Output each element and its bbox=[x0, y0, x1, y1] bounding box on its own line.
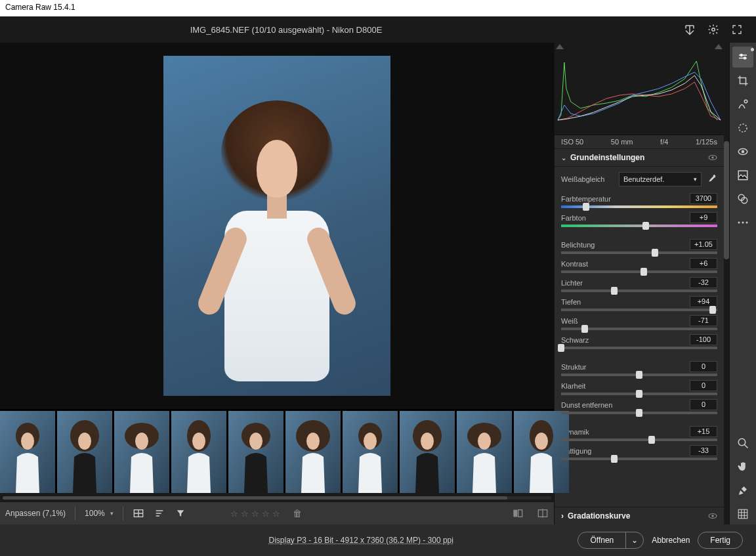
edit-tool[interactable] bbox=[732, 47, 753, 68]
slider-blacks[interactable]: Schwarz -100 bbox=[561, 334, 717, 349]
filmstrip-thumb[interactable] bbox=[457, 411, 512, 493]
compare-icon[interactable] bbox=[512, 507, 524, 519]
star-icon[interactable]: ☆ bbox=[272, 509, 280, 519]
chevron-down-icon[interactable]: ⌄ bbox=[625, 532, 643, 548]
slider-value[interactable]: -32 bbox=[690, 277, 717, 288]
slider-track[interactable] bbox=[561, 438, 717, 441]
basic-panel-header[interactable]: ⌄ Grundeinstellungen bbox=[555, 149, 724, 167]
star-icon[interactable]: ☆ bbox=[262, 509, 270, 519]
eyedropper-icon[interactable] bbox=[707, 174, 717, 184]
slider-track[interactable] bbox=[561, 347, 717, 349]
slider-knob[interactable] bbox=[709, 306, 716, 314]
image-preview-stage[interactable] bbox=[0, 43, 554, 409]
slider-track[interactable] bbox=[561, 251, 717, 254]
slider-saturation[interactable]: Sättigung -33 bbox=[561, 445, 717, 460]
slider-knob[interactable] bbox=[581, 325, 588, 333]
slider-value[interactable]: +6 bbox=[690, 258, 717, 269]
slider-vibrance[interactable]: Dynamik +15 bbox=[561, 426, 717, 441]
slider-value[interactable]: +15 bbox=[690, 426, 717, 437]
filmstrip-thumb[interactable] bbox=[114, 411, 169, 493]
slider-value[interactable]: 0 bbox=[690, 399, 717, 410]
filmstrip-thumb[interactable] bbox=[514, 411, 569, 493]
slider-exposure[interactable]: Belichtung +1.05 bbox=[561, 239, 717, 254]
slider-knob[interactable] bbox=[636, 390, 642, 398]
healing-tool[interactable] bbox=[732, 94, 753, 115]
slider-clarity[interactable]: Klarheit 0 bbox=[561, 380, 717, 395]
snapshot-tool[interactable] bbox=[732, 165, 753, 186]
crop-tool[interactable] bbox=[732, 70, 753, 91]
slider-knob[interactable] bbox=[636, 409, 642, 417]
image-info[interactable]: Display P3 - 16 Bit - 4912 x 7360 (36,2 … bbox=[268, 536, 453, 545]
slider-knob[interactable] bbox=[642, 222, 649, 230]
trash-icon[interactable]: 🗑 bbox=[291, 507, 303, 519]
slider-knob[interactable] bbox=[636, 371, 642, 379]
slider-value[interactable]: 0 bbox=[690, 361, 717, 372]
slider-value[interactable]: -33 bbox=[690, 445, 717, 456]
hand-tool[interactable] bbox=[732, 456, 753, 477]
slider-dehaze[interactable]: Dunst entfernen 0 bbox=[561, 399, 717, 414]
filmstrip-thumb[interactable] bbox=[400, 411, 455, 493]
open-button[interactable]: Öffnen ⌄ bbox=[578, 532, 644, 549]
slider-knob[interactable] bbox=[640, 268, 647, 276]
wb-select[interactable]: Benutzerdef. ▾ bbox=[619, 172, 702, 186]
slider-track[interactable] bbox=[561, 328, 717, 330]
filmstrip-thumb[interactable] bbox=[171, 411, 226, 493]
slider-value[interactable]: 0 bbox=[690, 380, 717, 391]
slider-knob[interactable] bbox=[611, 287, 618, 295]
done-button[interactable]: Fertig bbox=[698, 532, 743, 549]
star-icon[interactable]: ☆ bbox=[251, 509, 259, 519]
slider-texture[interactable]: Struktur 0 bbox=[561, 361, 717, 376]
slider-track[interactable] bbox=[561, 458, 717, 460]
slider-knob[interactable] bbox=[611, 455, 618, 463]
slider-track[interactable] bbox=[561, 225, 717, 227]
filmstrip-thumb[interactable] bbox=[343, 411, 398, 493]
slider-track[interactable] bbox=[561, 289, 717, 292]
filmstrip-thumb[interactable] bbox=[285, 411, 341, 493]
slider-value[interactable]: -100 bbox=[690, 334, 717, 345]
filmstrip-scrollbar[interactable] bbox=[0, 493, 554, 502]
slider-whites[interactable]: Weiß -71 bbox=[561, 315, 717, 330]
star-icon[interactable]: ☆ bbox=[230, 509, 238, 519]
slider-contrast[interactable]: Kontrast +6 bbox=[561, 258, 717, 273]
slider-track[interactable] bbox=[561, 309, 717, 311]
slider-value[interactable]: +9 bbox=[690, 212, 717, 223]
filter-icon[interactable] bbox=[175, 507, 186, 519]
preset-tool[interactable] bbox=[732, 188, 753, 209]
star-icon[interactable]: ☆ bbox=[241, 509, 249, 519]
slider-shadows[interactable]: Tiefen +94 bbox=[561, 296, 717, 311]
slider-track[interactable] bbox=[561, 393, 717, 395]
panel-scrollbar[interactable] bbox=[724, 43, 729, 524]
filmstrip-thumb[interactable] bbox=[0, 411, 55, 493]
fullscreen-icon[interactable] bbox=[731, 24, 743, 35]
before-after-icon[interactable] bbox=[537, 507, 549, 519]
curve-panel-header[interactable]: › Gradationskurve bbox=[555, 507, 724, 524]
zoom-tool[interactable] bbox=[732, 433, 753, 454]
slider-knob[interactable] bbox=[648, 436, 655, 444]
zoom-100-label[interactable]: 100% bbox=[85, 509, 105, 518]
slider-knob[interactable] bbox=[583, 203, 589, 211]
slider-value[interactable]: 3700 bbox=[690, 193, 717, 204]
rating-stars[interactable]: ☆ ☆ ☆ ☆ ☆ bbox=[226, 507, 285, 521]
histogram[interactable] bbox=[555, 43, 724, 135]
eye-icon[interactable] bbox=[708, 153, 717, 162]
eye-icon[interactable] bbox=[708, 511, 717, 521]
slider-tint[interactable]: Farbton +9 bbox=[561, 212, 717, 227]
sort-icon[interactable] bbox=[154, 507, 165, 519]
sampler-tool[interactable] bbox=[732, 480, 753, 501]
slider-track[interactable] bbox=[561, 270, 717, 273]
save-icon[interactable] bbox=[684, 24, 696, 35]
grid-tool[interactable] bbox=[732, 503, 753, 524]
slider-track[interactable] bbox=[561, 205, 717, 208]
settings-icon[interactable] bbox=[707, 24, 719, 35]
chevron-down-icon[interactable]: ▾ bbox=[110, 510, 114, 517]
slider-knob[interactable] bbox=[652, 249, 658, 257]
slider-track[interactable] bbox=[561, 412, 717, 414]
filmstrip-thumb[interactable] bbox=[57, 411, 112, 493]
slider-temp[interactable]: Farbtemperatur 3700 bbox=[561, 193, 717, 208]
redeye-tool[interactable] bbox=[732, 141, 753, 162]
slider-value[interactable]: +1.05 bbox=[690, 239, 717, 250]
fit-zoom-label[interactable]: Anpassen (7,1%) bbox=[5, 509, 66, 518]
grid-view-icon[interactable] bbox=[133, 507, 144, 519]
filmstrip-thumb[interactable] bbox=[228, 411, 284, 493]
slider-knob[interactable] bbox=[558, 344, 564, 352]
